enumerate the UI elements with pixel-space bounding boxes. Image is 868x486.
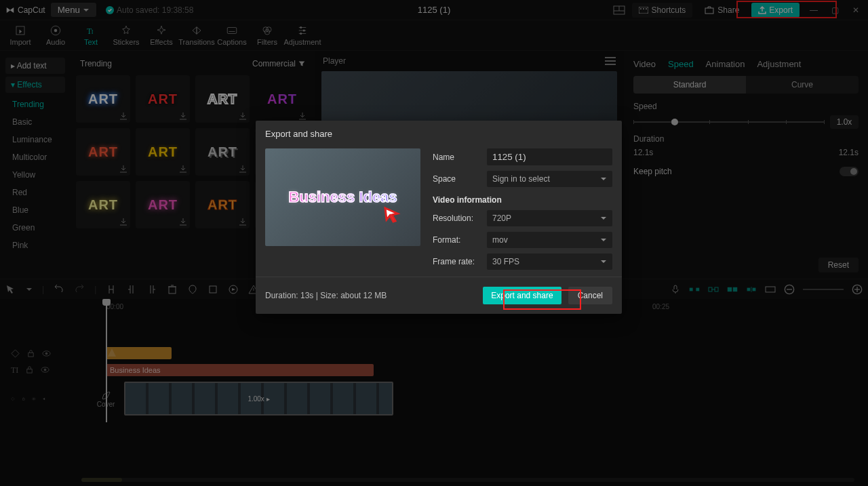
app-name: CapCut — [18, 5, 45, 15]
mic-icon[interactable] — [670, 284, 681, 295]
sidebar-item-yellow[interactable]: Yellow — [0, 166, 71, 184]
tab-filters[interactable]: Filters — [250, 24, 285, 46]
slider-knob[interactable] — [671, 119, 678, 125]
svg-rect-36 — [747, 287, 751, 291]
share-button[interactable]: Share — [699, 3, 745, 18]
commercial-filter[interactable]: Commercial — [252, 59, 305, 68]
tab-text[interactable]: TIText — [73, 24, 108, 46]
text-clip[interactable]: Business Ideas — [106, 364, 374, 376]
tab-adjustment[interactable]: Adjustment — [285, 24, 320, 46]
sidebar-item-basic[interactable]: Basic — [0, 113, 71, 131]
tab-stickers[interactable]: Stickers — [108, 24, 144, 46]
effect-thumb[interactable]: ART — [76, 128, 130, 176]
video-clip[interactable]: 1.00x ▸ — [124, 382, 393, 416]
tab-transitions[interactable]: Transitions — [179, 24, 214, 46]
eye-icon[interactable] — [42, 349, 51, 358]
lock-icon[interactable] — [22, 394, 26, 403]
player-menu-icon[interactable] — [605, 57, 616, 65]
eye-icon[interactable] — [32, 394, 36, 403]
magnet-icon[interactable] — [689, 284, 700, 295]
effect-thumb[interactable]: ART — [136, 181, 190, 228]
eye-icon[interactable] — [41, 365, 50, 374]
format-select[interactable]: mov — [487, 232, 612, 248]
marker-icon[interactable] — [187, 284, 198, 295]
effect-thumb[interactable]: ART — [195, 128, 250, 176]
sidebar-item-luminance[interactable]: Luminance — [0, 131, 71, 148]
export-label: Export — [769, 5, 793, 15]
sidebar-item-blue[interactable]: Blue — [0, 201, 71, 219]
tab-effects[interactable]: Effects — [144, 24, 179, 46]
tab-audio[interactable]: Audio — [38, 24, 73, 46]
sidebar-item-green[interactable]: Green — [0, 219, 71, 237]
diamond-icon[interactable] — [11, 349, 20, 358]
link-icon[interactable] — [708, 284, 719, 295]
timeline-scrollbar[interactable] — [81, 478, 854, 482]
preview-cut-icon[interactable] — [727, 284, 738, 295]
effect-thumb[interactable]: ART — [76, 75, 130, 123]
effect-thumb[interactable]: ART — [136, 128, 190, 176]
undo-icon[interactable] — [54, 284, 64, 295]
duration-right[interactable]: 12.1s — [839, 148, 859, 157]
tab-captions[interactable]: Captions — [214, 24, 250, 46]
zoom-fit-icon[interactable] — [765, 284, 776, 295]
minimize-button[interactable]: — — [806, 5, 821, 15]
seg-standard[interactable]: Standard — [633, 76, 746, 94]
speed-mode-segment[interactable]: Standard Curve — [633, 76, 859, 94]
timeline[interactable]: 00:00 00:25 TI Business Ideas Cover — [0, 299, 868, 486]
shortcuts-button[interactable]: Shortcuts — [632, 3, 693, 18]
close-button[interactable]: ✕ — [849, 5, 863, 15]
sidebar-item-multicolor[interactable]: Multicolor — [0, 148, 71, 166]
trim-right-icon[interactable] — [146, 284, 157, 295]
trim-left-icon[interactable] — [126, 284, 137, 295]
lock-icon[interactable] — [26, 349, 35, 358]
cancel-button[interactable]: Cancel — [568, 287, 612, 304]
split-icon[interactable] — [106, 284, 117, 295]
fx-clip[interactable] — [106, 347, 172, 359]
sidebar-item-pink[interactable]: Pink — [0, 237, 71, 254]
export-button[interactable]: Export — [751, 3, 800, 18]
sidebar-add-text[interactable]: ▸ Add text — [5, 58, 65, 74]
lock-icon[interactable] — [25, 365, 34, 374]
snap-icon[interactable] — [746, 284, 757, 295]
record-icon[interactable] — [228, 284, 239, 295]
zoom-out-icon[interactable] — [784, 284, 795, 295]
framerate-select[interactable]: 30 FPS — [487, 254, 612, 270]
speed-slider[interactable] — [633, 121, 825, 123]
insp-tab-video[interactable]: Video — [633, 59, 656, 69]
space-select[interactable]: Sign in to select — [487, 171, 612, 187]
pointer-icon[interactable] — [5, 284, 16, 295]
text-sidebar: ▸ Add text ▾ Effects Trending Basic Lumi… — [0, 51, 71, 279]
speed-value[interactable]: 1.0x — [830, 115, 859, 129]
sidebar-item-red[interactable]: Red — [0, 184, 71, 201]
sidebar-item-trending[interactable]: Trending — [0, 96, 71, 113]
seg-curve[interactable]: Curve — [746, 76, 859, 94]
insp-tab-speed[interactable]: Speed — [668, 59, 694, 69]
maximize-button[interactable]: ▢ — [828, 5, 842, 15]
effect-thumb[interactable]: ART — [195, 181, 250, 228]
effect-thumb[interactable]: ART — [76, 181, 130, 228]
insp-tab-adjustment[interactable]: Adjustment — [757, 59, 801, 69]
effect-thumb[interactable]: ART — [136, 75, 190, 123]
layout-icon[interactable] — [613, 5, 625, 15]
crop-icon[interactable] — [208, 284, 218, 295]
export-and-share-button[interactable]: Export and share — [483, 287, 561, 304]
zoom-in-icon[interactable] — [852, 284, 863, 295]
menu-button[interactable]: Menu — [51, 3, 96, 17]
resolution-select[interactable]: 720P — [487, 210, 612, 226]
redo-icon[interactable] — [74, 284, 85, 295]
zoom-slider[interactable] — [803, 289, 844, 290]
tab-import[interactable]: Import — [3, 24, 38, 46]
insp-tab-animation[interactable]: Animation — [706, 59, 745, 69]
sidebar-effects[interactable]: ▾ Effects — [5, 77, 65, 93]
delete-icon[interactable] — [167, 284, 178, 295]
mute-icon[interactable] — [43, 394, 47, 403]
keep-pitch-toggle[interactable] — [840, 167, 859, 176]
diamond-icon[interactable] — [11, 394, 15, 403]
reset-button[interactable]: Reset — [818, 258, 859, 272]
download-icon — [119, 112, 127, 120]
effect-thumb[interactable]: ART — [195, 75, 250, 123]
effect-thumb[interactable]: ART — [255, 75, 309, 123]
name-input[interactable] — [487, 148, 612, 165]
playhead[interactable] — [106, 300, 107, 422]
chevron-down-icon[interactable] — [26, 286, 33, 293]
